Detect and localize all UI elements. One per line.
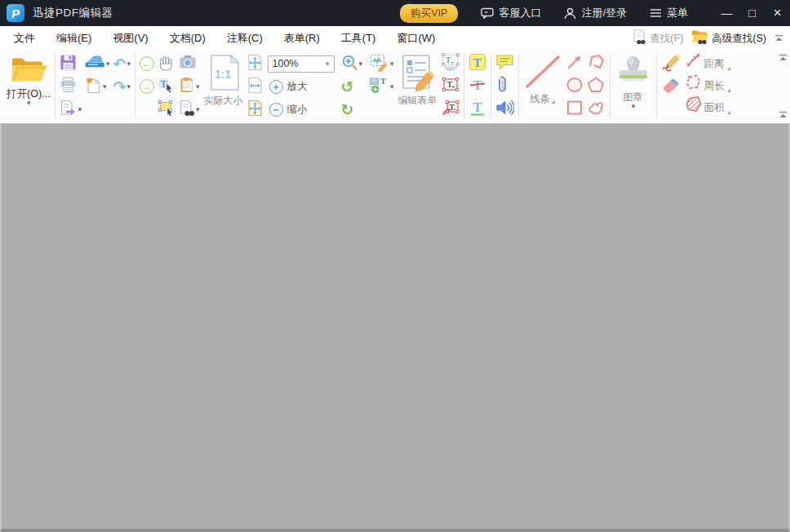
zoom-out-button[interactable]: − 缩小 [266,98,336,121]
menu-form[interactable]: 表单(R) [273,26,331,51]
area-tool-button[interactable]: 面积 [685,96,730,118]
attach-file-button[interactable] [494,75,516,98]
rotate-column: ▾ ↺ ↻ [340,52,365,121]
measure-column: 距离 周长 面积 [685,52,730,118]
highlight-text-icon: T [468,53,486,74]
text-box-button[interactable]: T [440,75,461,98]
open-button[interactable]: 打开(O)... ▾ [4,52,52,107]
menu-tools[interactable]: 工具(T) [331,26,387,51]
print-icon [60,77,77,96]
edit-form-button[interactable]: 编辑表单 [396,52,440,106]
marquee-zoom-button[interactable]: ▾ [340,52,365,75]
stamp-button[interactable]: 图章 ▾ [613,52,654,110]
edit-object-icon: T [369,53,389,75]
doc-search-icon [179,100,195,120]
app-logo-icon: P [7,4,24,22]
pencil-tool-button[interactable] [659,52,682,75]
menu-comment[interactable]: 注释(C) [216,26,273,51]
rectangle-tool-button[interactable] [564,98,585,121]
prev-view-button[interactable]: ← [138,52,156,75]
advanced-find-button[interactable]: 高级查找(S) [691,29,766,47]
login-button[interactable]: 注册/登录 [564,6,627,20]
zoom-combo-caret-icon: ▾ [326,60,330,68]
text-markup-column: T T T [467,52,488,121]
marquee-zoom-icon [341,54,358,74]
toolbar-divider [464,54,464,119]
next-view-button[interactable]: → [138,75,156,98]
fit-page-button[interactable] [246,52,264,75]
support-button[interactable]: 客服入口 [481,6,541,20]
collapse-toolbar-bottom-icon[interactable] [779,111,788,119]
zoom-in-button[interactable]: + 放大 [266,75,336,98]
fit-width-button[interactable] [246,75,264,98]
buy-vip-button[interactable]: 购买VIP [400,4,458,23]
sound-annotation-button[interactable] [494,98,516,121]
text-field-button[interactable]: T [440,52,461,75]
save-button[interactable] [58,52,83,75]
typewriter-button[interactable]: T. [440,98,461,121]
svg-text:T: T [473,56,482,69]
perimeter-tool-button[interactable]: 周长 [685,74,730,96]
fit-visible-button[interactable] [246,98,264,121]
menu-window[interactable]: 窗口(W) [386,26,446,51]
scan-button[interactable]: ▾ [83,52,112,75]
find-button[interactable]: 查找(F) [632,29,683,47]
collapse-toolbar-top-icon[interactable] [779,54,788,62]
export-button[interactable]: ▾ [58,98,83,121]
menu-edit[interactable]: 编辑(E) [46,26,102,51]
menu-document[interactable]: 文档(D) [159,26,216,51]
toolbar-divider [55,54,55,119]
select-object-button[interactable] [156,98,177,121]
find-in-doc-button[interactable]: ▾ [177,98,202,121]
select-text-button[interactable]: T [156,75,177,98]
paste-button[interactable]: ▾ [177,75,202,98]
highlight-text-button[interactable]: T [467,52,488,75]
polygon-tool-button[interactable] [585,75,607,98]
eraser-tool-button[interactable] [659,75,682,98]
edit-content-column: T ▾ T ▾ [367,52,396,98]
camera-icon [179,55,197,73]
menu-file[interactable]: 文件 [3,26,46,51]
maximize-button[interactable]: □ [739,0,765,26]
cloud-tool-button[interactable] [585,98,607,121]
distance-tool-button[interactable]: 距离 [685,52,730,74]
toolbar-divider [518,54,519,119]
toolbar-divider [656,54,657,119]
menu-button[interactable]: 菜单 [650,6,688,20]
area-icon [685,95,702,115]
note-comment-button[interactable] [494,52,516,75]
fit-width-icon [247,77,263,97]
new-document-button[interactable]: ▾ [83,75,112,98]
forward-arrow-icon: → [140,79,154,94]
undo-icon: ↶ [113,56,126,72]
rotate-right-button[interactable]: ↻ [340,98,365,121]
circle-tool-button[interactable] [564,75,585,98]
edit-object-button[interactable]: T ▾ [367,52,396,75]
minimize-button[interactable]: — [714,0,739,26]
print-button[interactable] [58,75,83,98]
polyline-tool-button[interactable] [585,52,607,75]
add-content-button[interactable]: T ▾ [367,75,396,98]
zoom-level-select[interactable]: 100% ▾ [268,55,335,73]
collapse-menubar-icon[interactable] [774,31,783,46]
line-tool-button[interactable]: 线条 [521,52,564,104]
underline-text-button[interactable]: T [467,98,488,121]
actual-size-icon: 1:1 [207,54,240,95]
rotate-left-button[interactable]: ↺ [340,75,365,98]
eraser-icon [661,77,680,96]
edit-form-label: 编辑表单 [398,95,437,106]
snapshot-button[interactable] [177,52,202,75]
select-object-icon [158,100,175,119]
close-button[interactable]: × [765,0,790,26]
strikethrough-text-button[interactable]: T [467,75,488,98]
menu-view[interactable]: 视图(V) [102,26,158,51]
open-caret-icon: ▾ [27,100,31,107]
svg-text:T: T [473,100,482,114]
rotate-ccw-icon: ↺ [341,79,354,95]
redo-button[interactable]: ↷ ▾ [112,75,132,98]
actual-size-button[interactable]: 1:1 实际大小 [202,52,246,106]
svg-text:T: T [380,76,387,86]
arrow-tool-button[interactable] [564,52,585,75]
undo-button[interactable]: ↶ ▾ [112,52,132,75]
hand-tool-button[interactable] [156,52,177,75]
